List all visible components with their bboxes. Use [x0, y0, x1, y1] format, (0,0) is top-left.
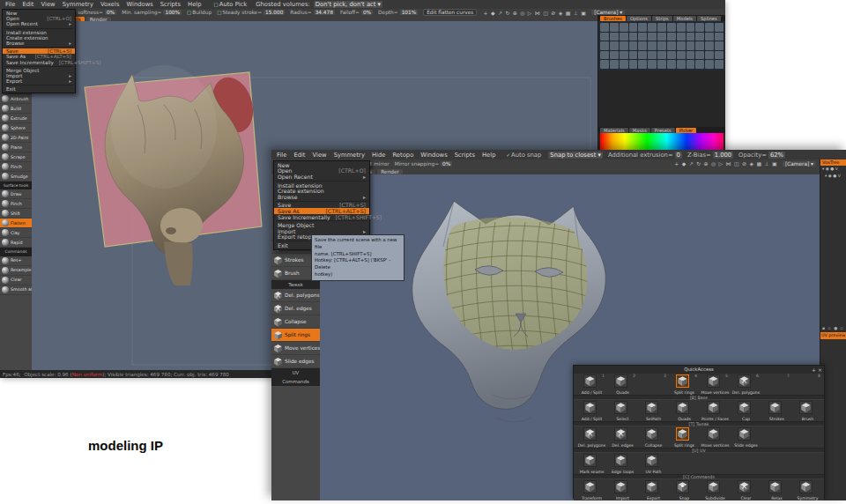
color-picker-spectrum[interactable] — [600, 133, 724, 151]
camera-dropdown[interactable]: [Camera] ▾ — [783, 161, 816, 167]
brush-thumbnail[interactable] — [657, 33, 666, 41]
brush-thumbnail[interactable] — [638, 51, 647, 60]
quick-access-tool[interactable]: Brush — [792, 400, 823, 421]
field-value[interactable]: 15.000 — [263, 10, 285, 15]
quick-access-tool[interactable]: Select — [607, 400, 638, 421]
brush-thumbnail[interactable] — [610, 41, 619, 50]
voxtree-item[interactable]: ▾ ◉ ● V — [820, 173, 846, 180]
tool-item[interactable]: Smudge — [0, 172, 32, 182]
voxtree-layer-buttons[interactable]: ▪ ▫ ● ▫ — [820, 325, 846, 332]
field-checkbox[interactable]: ▢ — [187, 10, 191, 15]
brush-thumbnail[interactable] — [638, 23, 647, 32]
quick-access-tool[interactable]: Import — [607, 479, 638, 500]
brush-thumbnail[interactable] — [610, 23, 619, 32]
mirror-icon[interactable]: ⋈ — [535, 10, 541, 16]
tool-section-header[interactable]: Surface tools — [0, 182, 32, 189]
ortho-icon[interactable]: ⊥ — [764, 160, 769, 167]
mirror-icon[interactable]: ⋈ — [726, 160, 732, 167]
brush-thumbnail[interactable] — [648, 60, 657, 69]
frame-icon[interactable]: ▣ — [581, 10, 587, 16]
brush-thumbnail[interactable] — [686, 41, 695, 50]
orbit-icon[interactable]: ↻ — [696, 160, 701, 167]
tool-item[interactable]: Extrude — [0, 114, 32, 123]
brush-thumbnail[interactable] — [648, 33, 657, 41]
tool-item[interactable]: Pinch — [0, 199, 32, 209]
brush-thumbnail[interactable] — [600, 51, 609, 60]
quick-access-tool[interactable]: 7 — [761, 374, 792, 395]
quick-access-tool[interactable]: 1 Add / Split — [576, 374, 607, 395]
move-icon[interactable]: + — [484, 10, 489, 16]
quick-access-tool[interactable]: 3 — [638, 374, 669, 395]
grid-icon[interactable]: ▦ — [756, 160, 762, 167]
pan-icon[interactable]: ↗ — [498, 10, 503, 16]
brush-thumbnail[interactable] — [657, 23, 666, 32]
brush-thumbnail[interactable] — [667, 41, 676, 50]
tool-item[interactable]: Split rings — [271, 329, 320, 342]
quick-access-titlebar[interactable]: QuickAccess + × — [574, 366, 824, 374]
brush-thumbnail[interactable] — [677, 23, 686, 32]
quick-access-tool[interactable]: Export — [638, 479, 669, 500]
menu[interactable]: File — [273, 152, 290, 159]
quick-access-tool[interactable]: Points / Faces — [700, 400, 731, 421]
brush-thumbnail[interactable] — [648, 41, 657, 50]
file-menu-item[interactable]: Exit — [3, 86, 75, 92]
tool-section-header[interactable]: UV — [271, 368, 320, 377]
tool-item[interactable]: Airbrush — [0, 94, 32, 104]
file-menu-item[interactable]: Save Incrementally [CTRL+SHIFT+S] — [3, 60, 75, 65]
menu[interactable]: Symmetry — [59, 1, 97, 8]
disable-icon[interactable]: ⊘ — [742, 160, 747, 167]
brush-thumbnail[interactable] — [629, 51, 638, 60]
tool-item[interactable]: Smooth all — [0, 285, 32, 295]
brush-thumbnail[interactable] — [677, 51, 686, 60]
quick-access-tool[interactable]: Subdivide — [700, 479, 731, 500]
tool-item[interactable]: Scrape — [0, 152, 32, 162]
pivot-icon[interactable]: ◆ — [682, 160, 687, 167]
menu[interactable]: Hide — [368, 152, 390, 159]
brush-thumbnail[interactable] — [695, 60, 704, 69]
focus-icon[interactable]: ◎ — [520, 10, 525, 16]
quick-access-tool[interactable]: Mark seams — [576, 453, 607, 474]
menu[interactable]: View — [38, 1, 59, 8]
quick-access-tool[interactable]: Add / Split — [576, 400, 607, 421]
pan-icon[interactable]: ↗ — [689, 160, 694, 167]
quick-access-tool[interactable]: × Del. polygons — [576, 426, 607, 448]
brush-thumbnail[interactable] — [677, 60, 686, 69]
brush-thumbnail[interactable] — [667, 23, 676, 32]
quick-access-tool[interactable]: • Snap — [669, 479, 700, 500]
tool-item[interactable]: Plane — [0, 143, 32, 152]
brush-thumbnail[interactable] — [695, 33, 704, 41]
pin-icon[interactable]: + — [812, 367, 816, 373]
brush-thumbnail[interactable] — [695, 23, 704, 32]
ortho-icon[interactable]: ⊥ — [574, 10, 579, 16]
menu[interactable]: Voxels — [97, 1, 123, 8]
menu[interactable]: Retopo — [389, 152, 417, 159]
quick-access-tool[interactable]: × Clear — [731, 479, 761, 500]
tool-item[interactable]: Collapse — [271, 315, 320, 329]
brush-thumbnail[interactable] — [695, 41, 704, 50]
field-value[interactable]: 0 — [675, 152, 682, 159]
brush-thumbnail[interactable] — [629, 60, 638, 69]
brush-thumbnail[interactable] — [705, 51, 714, 60]
brush-grid[interactable] — [598, 21, 725, 70]
quick-access-tool[interactable]: Move vertices — [700, 426, 731, 448]
voxtree-item[interactable]: ▾ ◉ ● V — [820, 166, 846, 173]
quick-access-tool[interactable]: Quads — [669, 400, 700, 421]
tool-item[interactable]: Move vertices — [271, 342, 320, 355]
zoom-icon[interactable]: ⊕ — [513, 10, 518, 16]
menu[interactable]: Windows — [417, 152, 450, 159]
menu[interactable]: View — [309, 152, 330, 159]
gizmo-icon[interactable]: ◈ — [559, 10, 564, 16]
pivot-icon[interactable]: ◆ — [491, 10, 496, 16]
brush-thumbnail[interactable] — [600, 60, 609, 69]
field-value[interactable]: 62% — [768, 152, 785, 159]
tool-item[interactable]: Draw — [0, 189, 32, 199]
brush-thumbnail[interactable] — [686, 23, 695, 32]
tool-section-header[interactable]: Tweak — [271, 280, 320, 289]
field-value[interactable]: 100% — [163, 10, 182, 15]
file-menu-item[interactable]: Open Recent ▸ — [274, 174, 369, 180]
menu[interactable]: Scripts — [451, 152, 479, 159]
file-menu-item[interactable]: Save As [CTRL+ALT+S] — [3, 54, 75, 59]
menu[interactable]: Help — [184, 1, 205, 8]
field-value[interactable]: 1.000 — [713, 152, 733, 159]
quick-access-tool[interactable]: Symmetry — [792, 479, 823, 500]
